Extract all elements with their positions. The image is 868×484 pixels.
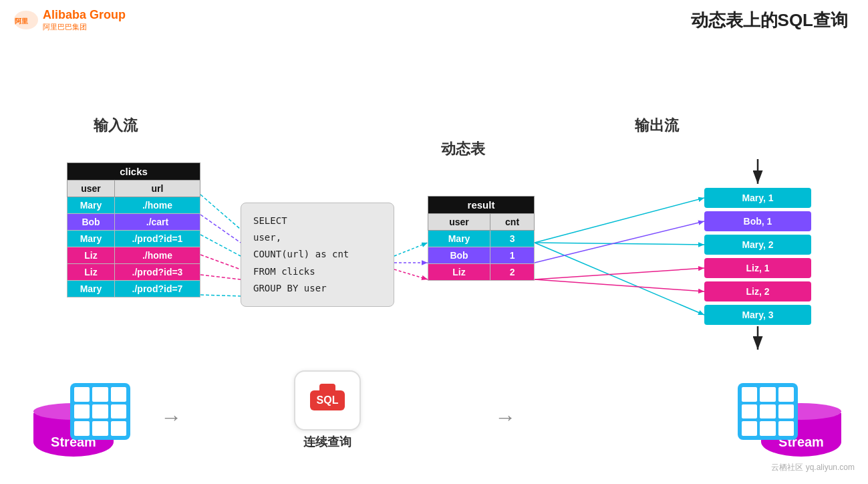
- svg-line-12: [200, 275, 241, 279]
- logo-text-main: Alibaba Group: [43, 8, 126, 22]
- table-row: Bob./cart: [67, 214, 200, 231]
- result-col-cnt: cnt: [490, 214, 535, 231]
- table-row: Mary./home: [67, 197, 200, 214]
- sql-icon-text: SQL: [317, 394, 339, 406]
- table-row: Mary./prod?id=1: [67, 231, 200, 247]
- diagram-area: 输入流 动态表 输出流 clicks user url Mary./home B…: [0, 35, 868, 477]
- sql-line5: GROUP BY user: [253, 283, 327, 293]
- arrow-left-center: →: [160, 405, 182, 430]
- table-row: Liz./prod?id=3: [67, 264, 200, 281]
- sql-line3: COUNT(url) as cnt: [253, 249, 349, 259]
- svg-line-11: [200, 255, 241, 269]
- svg-line-14: [394, 243, 428, 256]
- svg-line-19: [535, 243, 704, 315]
- svg-line-16: [394, 269, 428, 279]
- output-row-liz2: Liz, 2: [704, 281, 811, 301]
- sql-icon-wrapper: SQL: [294, 370, 361, 431]
- sql-icon: SQL: [310, 390, 345, 410]
- result-title: result: [428, 197, 535, 214]
- sql-line2: user,: [253, 232, 281, 243]
- watermark: 云栖社区 yq.aliyun.com: [771, 462, 855, 473]
- output-row-mary3: Mary, 3: [704, 305, 811, 325]
- table-row: Liz2: [428, 264, 535, 281]
- input-stream-label: 输入流: [94, 116, 138, 136]
- table-row: Mary3: [428, 231, 535, 247]
- sql-line1: SELECT: [253, 215, 287, 226]
- clicks-col-url: url: [114, 180, 200, 197]
- table-row: Bob1: [428, 247, 535, 264]
- svg-line-21: [535, 268, 704, 279]
- svg-line-8: [200, 195, 241, 229]
- output-row-mary2: Mary, 2: [704, 235, 811, 255]
- alibaba-logo-icon: 阿里: [13, 10, 39, 30]
- output-stream-label: 输出流: [635, 116, 679, 136]
- sql-query-box: SELECT user, COUNT(url) as cnt FROM clic…: [241, 203, 394, 307]
- header: 阿里 Alibaba Group 阿里巴巴集团 动态表上的SQL查询: [0, 0, 868, 35]
- svg-line-22: [535, 279, 704, 291]
- clicks-col-user: user: [67, 180, 115, 197]
- output-row-bob1: Bob, 1: [704, 211, 811, 231]
- right-stream-grid-icon: [738, 383, 798, 440]
- left-stream-container: Stream: [33, 403, 114, 457]
- logo: 阿里 Alibaba Group 阿里巴巴集团: [13, 8, 126, 32]
- svg-text:阿里: 阿里: [15, 17, 28, 25]
- clicks-title: clicks: [67, 163, 200, 180]
- svg-line-17: [535, 198, 704, 243]
- result-table: result user cnt Mary3 Bob1 Liz2: [428, 196, 535, 281]
- output-row-liz1: Liz, 1: [704, 258, 811, 278]
- table-row: Liz./home: [67, 247, 200, 264]
- page-title: 动态表上的SQL查询: [691, 9, 848, 32]
- sql-center-box: SQL 连续查询: [294, 370, 361, 450]
- sql-line4: FROM clicks: [253, 266, 315, 277]
- svg-line-13: [200, 295, 241, 296]
- left-stream-grid-icon: [70, 383, 130, 440]
- right-stream-container: Stream: [761, 403, 841, 457]
- clicks-table: clicks user url Mary./home Bob./cart Mar…: [67, 162, 200, 297]
- svg-line-20: [535, 221, 704, 263]
- arrow-center-right: →: [494, 405, 516, 430]
- svg-line-18: [535, 243, 704, 245]
- output-row-mary1: Mary, 1: [704, 188, 811, 208]
- dynamic-table-label: 动态表: [441, 139, 485, 159]
- logo-text-cn: 阿里巴巴集团: [43, 22, 126, 32]
- svg-line-10: [200, 235, 241, 256]
- table-row: Mary./prod?id=7: [67, 281, 200, 297]
- result-col-user: user: [428, 214, 490, 231]
- svg-line-9: [200, 215, 241, 243]
- continuous-query-label: 连续查询: [303, 434, 351, 450]
